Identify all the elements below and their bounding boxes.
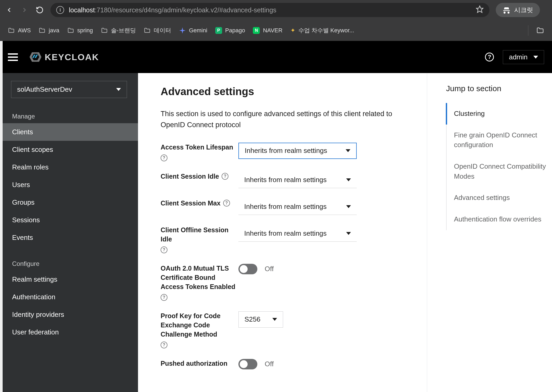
user-label: admin xyxy=(509,53,528,61)
jump-list: Clustering Fine grain OpenID Connect con… xyxy=(446,103,547,230)
sidebar: solAuthServerDev Manage Clients Client s… xyxy=(0,73,138,392)
label-pkce: Proof Key for Code Exchange Code Challen… xyxy=(161,311,238,348)
keycloak-logo[interactable]: KEYCLOAK xyxy=(28,50,99,64)
incognito-indicator[interactable]: 시크릿 xyxy=(496,3,540,17)
help-icon[interactable]: ? xyxy=(161,294,167,301)
bookmark-java[interactable]: java xyxy=(39,27,59,34)
url-text: localhost:7180/resources/d4nsg/admin/key… xyxy=(69,6,276,14)
label-access-token-lifespan: Access Token Lifespan ? xyxy=(161,143,238,161)
bookmark-sol-branding[interactable]: 솔-브랜딩 xyxy=(101,27,136,34)
jump-title: Jump to section xyxy=(446,84,547,93)
bookmark-label: java xyxy=(49,27,59,34)
naver-icon: N xyxy=(253,27,260,34)
chevron-down-icon xyxy=(272,318,277,321)
label-text: Client Session Idle xyxy=(161,172,219,181)
label-text: Client Offline Session Idle xyxy=(161,225,238,244)
address-bar[interactable]: i localhost:7180/resources/d4nsg/admin/k… xyxy=(50,3,489,17)
reload-button[interactable] xyxy=(35,6,44,14)
label-text: OAuth 2.0 Mutual TLS Certificate Bound A… xyxy=(161,264,238,291)
select-value: Inherits from realm settings xyxy=(244,229,327,238)
label-text: Pushed authorization xyxy=(161,359,227,368)
app-header: KEYCLOAK ? admin xyxy=(0,41,552,73)
sidebar-item-sessions[interactable]: Sessions xyxy=(0,211,138,229)
forward-button[interactable] xyxy=(20,6,29,14)
label-text: Client Session Max xyxy=(161,199,221,208)
jump-item-auth-flow-overrides[interactable]: Authentication flow overrides xyxy=(447,209,547,230)
bookmark-gemini[interactable]: Gemini xyxy=(179,27,207,34)
bookmark-data[interactable]: 데이터 xyxy=(144,27,171,34)
select-client-session-max[interactable]: Inherits from realm settings xyxy=(238,199,357,215)
url-host: localhost xyxy=(69,6,95,14)
bookmark-spring[interactable]: spring xyxy=(67,27,93,34)
select-pkce-method[interactable]: S256 xyxy=(238,311,283,328)
jump-item-fine-grain-oidc[interactable]: Fine grain OpenID Connect configuration xyxy=(447,125,547,156)
page-description: This section is used to configure advanc… xyxy=(161,109,408,131)
jump-to-section-panel: Jump to section Clustering Fine grain Op… xyxy=(427,73,552,392)
select-client-session-idle[interactable]: Inherits from realm settings xyxy=(238,172,357,188)
switch-state-label: Off xyxy=(265,265,274,273)
select-value: S256 xyxy=(244,315,260,323)
select-value: Inherits from realm settings xyxy=(245,147,327,155)
folder-icon xyxy=(536,27,544,34)
svg-marker-0 xyxy=(477,6,483,13)
sidebar-item-users[interactable]: Users xyxy=(0,176,138,194)
label-client-session-idle: Client Session Idle ? xyxy=(161,172,238,181)
jump-item-advanced-settings[interactable]: Advanced settings xyxy=(447,187,547,209)
help-icon[interactable]: ? xyxy=(161,342,167,348)
user-menu[interactable]: admin xyxy=(503,50,544,64)
folder-icon xyxy=(39,27,45,34)
help-icon[interactable]: ? xyxy=(222,173,228,180)
select-value: Inherits from realm settings xyxy=(244,176,327,184)
sidebar-item-clients[interactable]: Clients xyxy=(0,123,138,141)
bookmark-keywords[interactable]: ✦ 수업 차수별 Keywor... xyxy=(290,27,354,34)
menu-toggle-button[interactable] xyxy=(8,53,18,61)
sidebar-section-manage: Manage xyxy=(0,107,138,123)
bookmark-label: 데이터 xyxy=(154,27,171,34)
sidebar-item-groups[interactable]: Groups xyxy=(0,194,138,211)
bookmark-star-icon[interactable] xyxy=(476,5,484,15)
jump-item-oidc-compat[interactable]: OpenID Connect Compatibility Modes xyxy=(447,156,547,187)
sidebar-item-realm-roles[interactable]: Realm roles xyxy=(0,158,138,176)
page-title: Advanced settings xyxy=(161,86,408,97)
bookmark-label: Gemini xyxy=(189,27,207,34)
bookmark-papago[interactable]: P Papago xyxy=(215,27,245,34)
label-text: Proof Key for Code Exchange Code Challen… xyxy=(161,311,238,339)
sidebar-item-user-federation[interactable]: User federation xyxy=(0,323,138,341)
chevron-down-icon xyxy=(346,232,351,235)
back-button[interactable] xyxy=(5,6,14,14)
sidebar-item-events[interactable]: Events xyxy=(0,229,138,246)
switch-pushed-authorization[interactable] xyxy=(238,359,257,369)
sidebar-item-authentication[interactable]: Authentication xyxy=(0,288,138,306)
gemini-icon xyxy=(179,27,186,34)
jump-item-clustering[interactable]: Clustering xyxy=(446,103,547,125)
select-value: Inherits from realm settings xyxy=(244,203,327,211)
help-icon[interactable]: ? xyxy=(161,154,167,161)
bookmark-label: Papago xyxy=(225,27,245,34)
bookmark-naver[interactable]: N NAVER xyxy=(253,27,282,34)
site-info-icon[interactable]: i xyxy=(56,6,64,14)
help-button[interactable]: ? xyxy=(485,53,494,61)
help-icon[interactable]: ? xyxy=(161,246,167,253)
label-text: Access Token Lifespan xyxy=(161,143,233,152)
realm-selector[interactable]: solAuthServerDev xyxy=(11,81,127,98)
switch-oauth-mtls[interactable] xyxy=(238,264,257,274)
chevron-down-icon xyxy=(346,178,351,181)
papago-icon: P xyxy=(215,27,222,34)
sidebar-item-identity-providers[interactable]: Identity providers xyxy=(0,306,138,323)
bookmark-label: 수업 차수별 Keywor... xyxy=(298,27,354,34)
bookmarks-bar: AWS java spring 솔-브랜딩 데이터 Gemini P Papag… xyxy=(0,20,552,41)
sidebar-item-realm-settings[interactable]: Realm settings xyxy=(0,271,138,288)
folder-icon xyxy=(67,27,74,34)
sidebar-item-client-scopes[interactable]: Client scopes xyxy=(0,141,138,158)
folder-icon xyxy=(8,27,15,34)
logo-text: KEYCLOAK xyxy=(45,52,99,62)
bookmark-aws[interactable]: AWS xyxy=(8,27,31,34)
folder-icon xyxy=(144,27,151,34)
bookmark-label: NAVER xyxy=(263,27,282,34)
all-bookmarks-button[interactable] xyxy=(536,27,544,34)
help-icon[interactable]: ? xyxy=(223,200,230,207)
select-client-offline-session-idle[interactable]: Inherits from realm settings xyxy=(238,225,357,242)
bookmark-label: spring xyxy=(77,27,93,34)
select-access-token-lifespan[interactable]: Inherits from realm settings xyxy=(238,143,357,159)
sidebar-section-configure: Configure xyxy=(0,254,138,271)
